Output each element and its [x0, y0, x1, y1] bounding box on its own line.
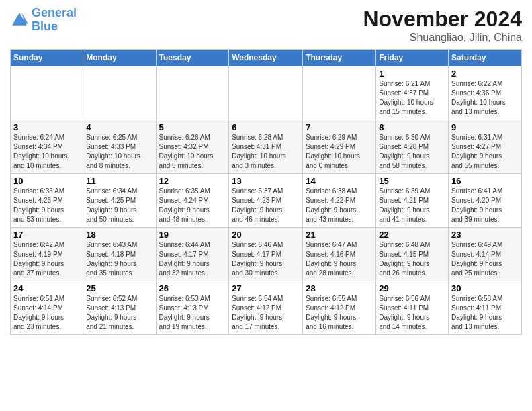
day-info: Sunrise: 6:44 AM Sunset: 4:17 PM Dayligh… — [159, 240, 226, 278]
day-number: 17 — [13, 230, 80, 240]
day-number: 24 — [13, 283, 80, 293]
calendar-body: 1Sunrise: 6:21 AM Sunset: 4:37 PM Daylig… — [11, 66, 522, 335]
calendar-header: Sunday Monday Tuesday Wednesday Thursday… — [11, 50, 522, 66]
calendar-week-5: 24Sunrise: 6:51 AM Sunset: 4:14 PM Dayli… — [11, 281, 522, 335]
calendar-cell: 20Sunrise: 6:46 AM Sunset: 4:17 PM Dayli… — [229, 228, 303, 281]
day-info: Sunrise: 6:29 AM Sunset: 4:29 PM Dayligh… — [306, 133, 373, 171]
day-number: 25 — [86, 283, 152, 293]
day-number: 14 — [306, 176, 373, 186]
col-wed: Wednesday — [229, 50, 303, 66]
day-info: Sunrise: 6:34 AM Sunset: 4:25 PM Dayligh… — [86, 187, 152, 224]
day-number: 19 — [159, 230, 226, 240]
logo: General Blue — [10, 7, 77, 34]
day-info: Sunrise: 6:46 AM Sunset: 4:17 PM Dayligh… — [232, 240, 300, 278]
calendar-cell: 27Sunrise: 6:54 AM Sunset: 4:12 PM Dayli… — [229, 281, 303, 335]
day-number: 30 — [451, 283, 519, 293]
calendar-table: Sunday Monday Tuesday Wednesday Thursday… — [10, 49, 522, 335]
day-number: 11 — [86, 176, 152, 186]
calendar-cell: 8Sunrise: 6:30 AM Sunset: 4:28 PM Daylig… — [376, 120, 449, 174]
day-number: 4 — [86, 122, 152, 132]
calendar-week-2: 3Sunrise: 6:24 AM Sunset: 4:34 PM Daylig… — [11, 120, 522, 174]
day-number: 16 — [451, 176, 519, 186]
col-sat: Saturday — [449, 50, 522, 66]
day-number: 22 — [379, 230, 445, 240]
header: General Blue November 2024 Shuangliao, J… — [10, 7, 522, 44]
calendar-week-3: 10Sunrise: 6:33 AM Sunset: 4:26 PM Dayli… — [11, 174, 522, 228]
day-info: Sunrise: 6:41 AM Sunset: 4:20 PM Dayligh… — [451, 187, 519, 224]
day-info: Sunrise: 6:22 AM Sunset: 4:36 PM Dayligh… — [451, 79, 519, 117]
calendar-cell: 1Sunrise: 6:21 AM Sunset: 4:37 PM Daylig… — [376, 66, 449, 120]
day-info: Sunrise: 6:43 AM Sunset: 4:18 PM Dayligh… — [86, 240, 152, 278]
day-info: Sunrise: 6:38 AM Sunset: 4:22 PM Dayligh… — [306, 187, 373, 224]
day-number: 2 — [451, 68, 519, 79]
calendar-cell: 13Sunrise: 6:37 AM Sunset: 4:23 PM Dayli… — [229, 174, 303, 228]
calendar-cell — [303, 66, 376, 120]
day-number: 26 — [159, 283, 226, 293]
calendar-cell: 11Sunrise: 6:34 AM Sunset: 4:25 PM Dayli… — [83, 174, 156, 228]
calendar-cell: 22Sunrise: 6:48 AM Sunset: 4:15 PM Dayli… — [376, 228, 449, 281]
calendar-cell: 5Sunrise: 6:26 AM Sunset: 4:32 PM Daylig… — [156, 120, 229, 174]
day-info: Sunrise: 6:58 AM Sunset: 4:11 PM Dayligh… — [451, 294, 519, 332]
col-mon: Monday — [83, 50, 156, 66]
day-info: Sunrise: 6:48 AM Sunset: 4:15 PM Dayligh… — [379, 240, 445, 278]
day-info: Sunrise: 6:30 AM Sunset: 4:28 PM Dayligh… — [379, 133, 445, 171]
day-info: Sunrise: 6:54 AM Sunset: 4:12 PM Dayligh… — [232, 294, 300, 332]
day-number: 18 — [86, 230, 152, 240]
day-number: 15 — [379, 176, 445, 186]
day-number: 29 — [379, 283, 445, 293]
day-number: 21 — [306, 230, 373, 240]
calendar-cell: 21Sunrise: 6:47 AM Sunset: 4:16 PM Dayli… — [303, 228, 376, 281]
calendar-cell: 26Sunrise: 6:53 AM Sunset: 4:13 PM Dayli… — [156, 281, 229, 335]
calendar-cell: 24Sunrise: 6:51 AM Sunset: 4:14 PM Dayli… — [11, 281, 83, 335]
calendar-cell — [156, 66, 229, 120]
logo-blue: Blue — [32, 20, 77, 34]
logo-icon — [10, 11, 29, 30]
day-info: Sunrise: 6:31 AM Sunset: 4:27 PM Dayligh… — [451, 133, 519, 171]
day-number: 27 — [232, 283, 300, 293]
calendar-cell: 17Sunrise: 6:42 AM Sunset: 4:19 PM Dayli… — [11, 228, 83, 281]
day-number: 5 — [159, 122, 226, 132]
day-number: 12 — [159, 176, 226, 186]
day-info: Sunrise: 6:37 AM Sunset: 4:23 PM Dayligh… — [232, 187, 300, 224]
day-info: Sunrise: 6:53 AM Sunset: 4:13 PM Dayligh… — [159, 294, 226, 332]
calendar-cell: 9Sunrise: 6:31 AM Sunset: 4:27 PM Daylig… — [449, 120, 522, 174]
location: Shuangliao, Jilin, China — [363, 32, 522, 44]
calendar-cell: 14Sunrise: 6:38 AM Sunset: 4:22 PM Dayli… — [303, 174, 376, 228]
day-info: Sunrise: 6:51 AM Sunset: 4:14 PM Dayligh… — [13, 294, 80, 332]
calendar-cell: 10Sunrise: 6:33 AM Sunset: 4:26 PM Dayli… — [11, 174, 83, 228]
calendar-cell: 30Sunrise: 6:58 AM Sunset: 4:11 PM Dayli… — [449, 281, 522, 335]
day-number: 23 — [451, 230, 519, 240]
day-info: Sunrise: 6:33 AM Sunset: 4:26 PM Dayligh… — [13, 187, 80, 224]
day-number: 13 — [232, 176, 300, 186]
title-block: November 2024 Shuangliao, Jilin, China — [363, 7, 522, 44]
day-number: 9 — [451, 122, 519, 132]
logo-text: General Blue — [32, 7, 77, 34]
logo-general: General — [32, 6, 77, 19]
page: General Blue November 2024 Shuangliao, J… — [0, 0, 532, 411]
col-tue: Tuesday — [156, 50, 229, 66]
calendar-cell: 2Sunrise: 6:22 AM Sunset: 4:36 PM Daylig… — [449, 66, 522, 120]
calendar-cell: 28Sunrise: 6:55 AM Sunset: 4:12 PM Dayli… — [303, 281, 376, 335]
day-info: Sunrise: 6:35 AM Sunset: 4:24 PM Dayligh… — [159, 187, 226, 224]
calendar-cell: 18Sunrise: 6:43 AM Sunset: 4:18 PM Dayli… — [83, 228, 156, 281]
day-info: Sunrise: 6:21 AM Sunset: 4:37 PM Dayligh… — [379, 79, 445, 117]
day-number: 10 — [13, 176, 80, 186]
day-number: 20 — [232, 230, 300, 240]
day-info: Sunrise: 6:26 AM Sunset: 4:32 PM Dayligh… — [159, 133, 226, 171]
calendar-cell: 29Sunrise: 6:56 AM Sunset: 4:11 PM Dayli… — [376, 281, 449, 335]
day-info: Sunrise: 6:42 AM Sunset: 4:19 PM Dayligh… — [13, 240, 80, 278]
calendar-cell — [83, 66, 156, 120]
col-fri: Friday — [376, 50, 449, 66]
calendar-cell: 3Sunrise: 6:24 AM Sunset: 4:34 PM Daylig… — [11, 120, 83, 174]
day-info: Sunrise: 6:25 AM Sunset: 4:33 PM Dayligh… — [86, 133, 152, 171]
day-info: Sunrise: 6:56 AM Sunset: 4:11 PM Dayligh… — [379, 294, 445, 332]
day-info: Sunrise: 6:28 AM Sunset: 4:31 PM Dayligh… — [232, 133, 300, 171]
month-title: November 2024 — [363, 7, 522, 32]
calendar-cell: 12Sunrise: 6:35 AM Sunset: 4:24 PM Dayli… — [156, 174, 229, 228]
calendar-cell: 25Sunrise: 6:52 AM Sunset: 4:13 PM Dayli… — [83, 281, 156, 335]
day-number: 1 — [379, 68, 445, 79]
calendar-week-4: 17Sunrise: 6:42 AM Sunset: 4:19 PM Dayli… — [11, 228, 522, 281]
day-info: Sunrise: 6:47 AM Sunset: 4:16 PM Dayligh… — [306, 240, 373, 278]
day-info: Sunrise: 6:24 AM Sunset: 4:34 PM Dayligh… — [13, 133, 80, 171]
calendar-cell: 15Sunrise: 6:39 AM Sunset: 4:21 PM Dayli… — [376, 174, 449, 228]
